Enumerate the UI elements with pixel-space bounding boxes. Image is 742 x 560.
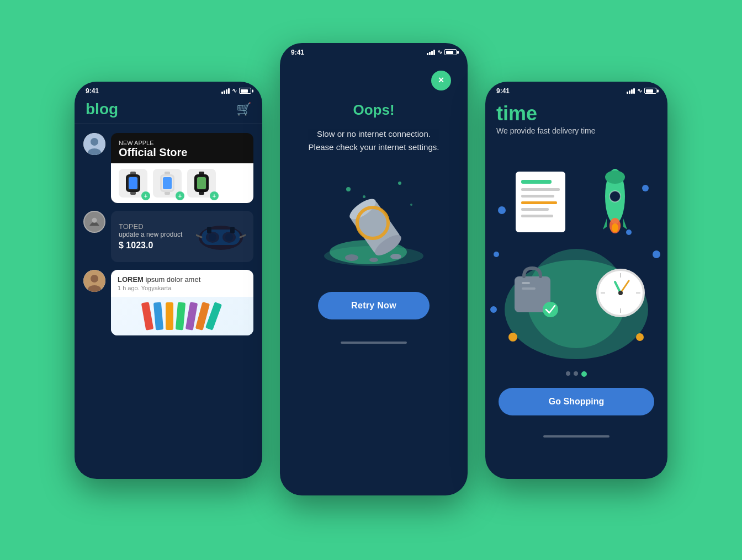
time-title: time: [496, 103, 656, 125]
svg-marker-62: [623, 218, 627, 230]
phone-time: 9:41 ∿ time We provide fast delivery tim…: [485, 82, 667, 479]
go-shopping-button[interactable]: Go Shopping: [499, 388, 654, 415]
apple-card-products: + +: [111, 163, 253, 203]
svg-point-84: [490, 306, 497, 313]
apple-store-card[interactable]: NEW APPLE Official Store: [111, 133, 253, 203]
svg-point-19: [92, 217, 97, 222]
svg-marker-61: [603, 218, 607, 230]
product-info: TOPED update a new product $ 1023.0: [119, 222, 182, 250]
svg-rect-7: [129, 177, 137, 189]
watch-item-3[interactable]: +: [187, 169, 216, 198]
oops-title: Oops!: [353, 102, 394, 119]
lorem-top: LOREM ipsum dolor amet 1 h ago. Yogyakar…: [111, 270, 253, 297]
error-content: × Oops! Slow or no internet connection.P…: [280, 60, 468, 330]
svg-rect-35: [166, 302, 173, 330]
home-indicator-3: [543, 435, 610, 438]
battery-icon-3: [644, 88, 656, 94]
watch-img-1: +: [119, 169, 147, 198]
svg-rect-34: [153, 302, 163, 330]
close-button[interactable]: ×: [431, 71, 451, 90]
apple-card-top: NEW APPLE Official Store: [111, 133, 253, 163]
page-dot-1[interactable]: [566, 371, 570, 376]
svg-point-25: [225, 233, 233, 241]
svg-point-31: [91, 275, 98, 282]
status-bar-1: 9:41 ∿: [75, 82, 262, 98]
svg-point-79: [494, 252, 499, 257]
svg-rect-55: [521, 201, 557, 204]
status-time-3: 9:41: [496, 87, 510, 95]
blog-feed: NEW APPLE Official Store: [75, 124, 262, 344]
svg-point-82: [636, 333, 644, 341]
svg-point-81: [508, 333, 517, 342]
add-watch-1[interactable]: +: [141, 191, 150, 200]
pagination-dots: [485, 365, 667, 383]
product-row: TOPED update a new product $ 1023.0: [83, 211, 253, 262]
add-watch-3[interactable]: +: [210, 191, 219, 200]
svg-rect-37: [186, 302, 198, 330]
status-time-2: 9:41: [291, 49, 304, 56]
phone-error: 9:41 ∿ × Oops! Slow or no internet conne…: [280, 43, 468, 495]
battery-icon-2: [444, 49, 457, 55]
status-icons-2: ∿: [427, 49, 457, 56]
battery-icon-1: [239, 88, 251, 94]
avatar-2: [83, 211, 105, 233]
basket-icon[interactable]: 🛒: [236, 102, 251, 116]
svg-rect-53: [521, 188, 560, 191]
avatar-1: [83, 133, 105, 155]
svg-rect-67: [522, 287, 536, 290]
time-subtitle: We provide fast delivery time: [496, 126, 656, 135]
product-price: $ 1023.0: [119, 241, 182, 250]
svg-rect-17: [197, 177, 206, 189]
svg-point-24: [209, 233, 216, 241]
page-dot-2[interactable]: [574, 371, 578, 376]
wifi-icon-3: ∿: [637, 87, 642, 94]
lorem-label: LOREM ipsum dolor amet: [118, 275, 247, 284]
apple-main: Official Store: [119, 146, 246, 159]
svg-point-68: [543, 302, 558, 317]
signal-icon-2: [427, 50, 435, 55]
watch-item-2[interactable]: +: [153, 169, 182, 198]
svg-point-83: [626, 230, 632, 235]
watch-img-2: +: [153, 169, 182, 198]
product-brand: TOPED update a new product: [119, 222, 182, 238]
retry-button[interactable]: Retry Now: [318, 292, 430, 319]
svg-point-59: [605, 170, 625, 184]
wifi-icon-1: ∿: [232, 87, 237, 94]
product-image: [196, 218, 246, 254]
watch-img-3: +: [187, 169, 216, 198]
status-bar-2: 9:41 ∿: [280, 43, 468, 60]
svg-rect-66: [522, 282, 530, 284]
svg-point-77: [498, 206, 506, 214]
lorem-row: LOREM ipsum dolor amet 1 h ago. Yogyakar…: [83, 270, 253, 335]
lorem-card[interactable]: LOREM ipsum dolor amet 1 h ago. Yogyakar…: [111, 270, 253, 335]
time-header: time We provide fast delivery time: [485, 98, 667, 145]
svg-point-64: [612, 223, 618, 232]
watch-item-1[interactable]: +: [119, 169, 147, 198]
delivery-scene: [485, 144, 667, 365]
svg-rect-52: [521, 180, 552, 184]
svg-rect-57: [521, 215, 553, 217]
wifi-icon-2: ∿: [437, 49, 442, 56]
signal-icon-3: [627, 88, 635, 94]
status-icons-1: ∿: [221, 87, 251, 94]
phone-blog: 9:41 ∿ blog 🛒: [75, 82, 262, 479]
apple-store-row: NEW APPLE Official Store: [83, 133, 253, 203]
status-icons-3: ∿: [627, 87, 656, 94]
svg-rect-54: [521, 195, 554, 198]
status-time-1: 9:41: [86, 87, 99, 95]
svg-point-44: [369, 258, 378, 262]
blog-header: blog 🛒: [75, 98, 262, 124]
svg-point-42: [345, 254, 358, 261]
svg-point-80: [653, 250, 660, 258]
add-watch-2[interactable]: +: [176, 191, 184, 200]
page-dot-3[interactable]: [581, 371, 587, 377]
lorem-image: [111, 297, 253, 335]
svg-point-1: [91, 138, 98, 146]
status-bar-3: 9:41 ∿: [485, 82, 667, 98]
bucket-illustration: [313, 170, 434, 270]
product-card[interactable]: TOPED update a new product $ 1023.0: [111, 211, 253, 262]
svg-point-60: [610, 191, 621, 202]
svg-rect-12: [163, 177, 172, 189]
svg-rect-26: [207, 227, 211, 233]
lorem-meta: 1 h ago. Yogyakarta: [118, 285, 247, 291]
